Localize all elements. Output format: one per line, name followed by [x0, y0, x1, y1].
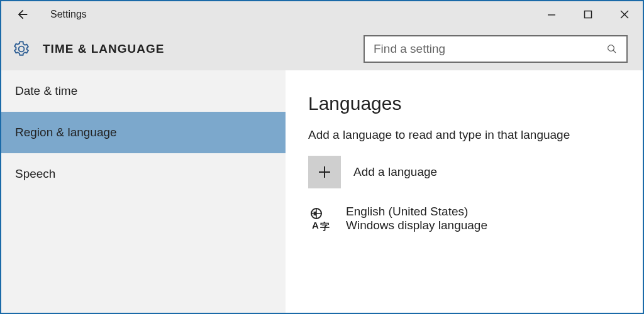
svg-text:字: 字: [320, 221, 330, 231]
body: Date & time Region & language Speech Lan…: [1, 70, 643, 313]
sidebar-item-label: Region & language: [15, 126, 117, 139]
minimize-icon: [547, 10, 556, 19]
svg-line-3: [613, 50, 616, 53]
back-button[interactable]: [15, 7, 30, 22]
content-heading: Languages: [308, 93, 624, 114]
titlebar-left: Settings: [15, 7, 87, 22]
language-pack-icon: A 字: [308, 206, 333, 231]
add-language-label: Add a language: [353, 165, 437, 179]
settings-window: Settings: [0, 0, 644, 314]
header-left: TIME & LANGUAGE: [13, 40, 164, 58]
language-detail: Windows display language: [346, 219, 487, 232]
sidebar-item-speech[interactable]: Speech: [1, 153, 286, 195]
close-icon: [620, 10, 629, 19]
minimize-button[interactable]: [533, 1, 570, 28]
plus-box: [308, 156, 341, 188]
svg-text:A: A: [312, 220, 319, 230]
sidebar-item-label: Speech: [15, 167, 55, 181]
window-title: Settings: [50, 9, 87, 20]
maximize-icon: [584, 10, 592, 19]
close-button[interactable]: [606, 1, 643, 28]
svg-point-2: [608, 45, 614, 51]
sidebar-item-label: Date & time: [15, 84, 77, 98]
content-subtext: Add a language to read and type in that …: [308, 128, 624, 142]
svg-rect-1: [585, 11, 592, 18]
language-text: English (United States) Windows display …: [346, 205, 487, 232]
sidebar-item-date-time[interactable]: Date & time: [1, 70, 286, 112]
gear-icon: [13, 40, 30, 58]
language-name: English (United States): [346, 205, 487, 219]
maximize-button[interactable]: [570, 1, 606, 28]
search-icon: [606, 43, 618, 55]
svg-rect-0: [548, 14, 555, 16]
sidebar-item-region-language[interactable]: Region & language: [1, 112, 286, 153]
window-controls: [533, 1, 643, 28]
content: Languages Add a language to read and typ…: [286, 70, 643, 313]
search-input[interactable]: [374, 42, 600, 56]
header: TIME & LANGUAGE: [1, 28, 643, 70]
section-title: TIME & LANGUAGE: [43, 42, 164, 56]
add-language-button[interactable]: Add a language: [308, 156, 624, 188]
sidebar: Date & time Region & language Speech: [1, 70, 286, 313]
language-entry[interactable]: A 字 English (United States) Windows disp…: [308, 205, 624, 232]
arrow-left-icon: [16, 8, 30, 21]
plus-icon: [317, 165, 332, 180]
titlebar: Settings: [1, 1, 643, 28]
search-box[interactable]: [364, 35, 628, 63]
